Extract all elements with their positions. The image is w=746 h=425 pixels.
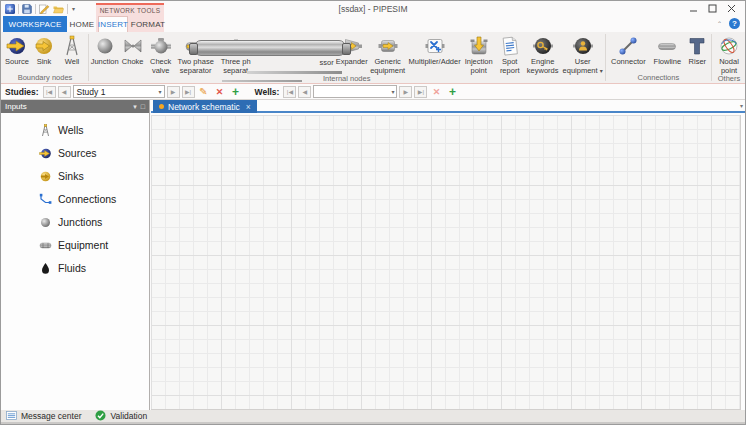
wells-label: Wells: bbox=[255, 87, 280, 97]
tab-network-schematic[interactable]: Network schematic × bbox=[153, 100, 257, 113]
button-label: Check valve bbox=[146, 58, 176, 75]
junction-button[interactable]: Junction bbox=[90, 32, 120, 67]
studies-last-button[interactable]: ▶| bbox=[182, 86, 195, 98]
app-icon[interactable] bbox=[5, 0, 15, 18]
open-folder-icon[interactable] bbox=[53, 0, 64, 18]
spot-report-button[interactable]: Spot report bbox=[496, 32, 524, 75]
button-label: Riser bbox=[689, 58, 707, 67]
sidebar-item-label: Sinks bbox=[58, 170, 84, 182]
collapse-ribbon-icon[interactable]: ⌃ bbox=[717, 20, 722, 27]
well-button[interactable]: Well bbox=[57, 32, 87, 67]
chevron-down-icon: ▾ bbox=[391, 88, 394, 95]
source-button[interactable]: Source bbox=[3, 32, 31, 67]
sidebar-item-junctions[interactable]: Junctions bbox=[1, 210, 149, 233]
sidebar-item-label: Sources bbox=[58, 147, 97, 159]
group-boundary-nodes: Source Sink Well Boundary nodes bbox=[3, 32, 87, 83]
junction-icon bbox=[94, 33, 116, 58]
wells-next-button[interactable]: ▶ bbox=[399, 86, 412, 98]
button-label: Generic equipment bbox=[368, 58, 408, 75]
window-controls bbox=[684, 3, 741, 14]
study-select-value: Study 1 bbox=[77, 87, 106, 97]
tab-workspace[interactable]: WORKSPACE bbox=[3, 16, 67, 32]
tab-overflow-icon[interactable]: ▾ bbox=[740, 102, 743, 109]
panel-pin-icon[interactable]: □ bbox=[141, 103, 145, 110]
help-icon[interactable]: ? bbox=[729, 18, 740, 29]
button-label: Connector bbox=[611, 58, 646, 67]
tab-format[interactable]: FORMAT bbox=[131, 16, 165, 32]
group-label: Connections bbox=[606, 74, 710, 83]
multiplier-adder-button[interactable]: Multiplier/Adder bbox=[408, 32, 462, 67]
delete-study-button[interactable]: ✕ bbox=[213, 85, 227, 98]
well-icon bbox=[61, 33, 83, 58]
panel-menu-icon[interactable]: ▾ bbox=[133, 103, 137, 111]
sidebar-item-wells[interactable]: Wells bbox=[1, 118, 149, 141]
wells-select[interactable]: ▾ bbox=[313, 85, 397, 98]
button-label: Junction bbox=[91, 58, 119, 67]
study-select[interactable]: Study 1 ▾ bbox=[73, 85, 165, 98]
group-label: Internal nodes bbox=[90, 75, 604, 83]
message-center-label: Message center bbox=[21, 411, 81, 421]
riser-button[interactable]: Riser bbox=[684, 32, 710, 67]
sink-button[interactable]: Sink bbox=[31, 32, 57, 67]
flowline-icon bbox=[656, 33, 678, 58]
engine-keywords-button[interactable]: Engine keywords bbox=[524, 32, 562, 75]
choke-icon bbox=[122, 33, 144, 58]
group-connections: Connector Flowline Riser Connections bbox=[606, 32, 710, 83]
choke-button[interactable]: Choke bbox=[120, 32, 146, 67]
wells-first-button[interactable]: |◀ bbox=[283, 86, 296, 98]
edit-study-button[interactable]: ✎ bbox=[197, 85, 211, 98]
message-center-icon bbox=[6, 411, 17, 422]
message-center-button[interactable]: Message center bbox=[6, 411, 81, 422]
generic-equipment-button[interactable]: Generic equipment bbox=[368, 32, 408, 75]
sidebar-item-sources[interactable]: Sources bbox=[1, 141, 149, 164]
separator bbox=[35, 4, 36, 14]
equipment-icon bbox=[39, 238, 52, 251]
tab-home[interactable]: HOME bbox=[69, 16, 95, 32]
injection-point-button[interactable]: Injection point bbox=[462, 32, 496, 75]
network-schematic-canvas[interactable] bbox=[151, 115, 741, 410]
save-icon[interactable] bbox=[22, 0, 32, 18]
close-icon[interactable] bbox=[722, 3, 741, 14]
delete-well-button[interactable]: ✕ bbox=[429, 85, 443, 98]
validation-button[interactable]: Validation bbox=[95, 410, 147, 423]
wells-last-button[interactable]: ▶| bbox=[414, 86, 427, 98]
sidebar-item-label: Junctions bbox=[58, 216, 102, 228]
studies-first-button[interactable]: |◀ bbox=[43, 86, 56, 98]
sidebar-item-connections[interactable]: Connections bbox=[1, 187, 149, 210]
inputs-panel: Inputs ▾ □ Wells Sources Sinks Connectio… bbox=[1, 100, 150, 410]
spot-report-icon bbox=[499, 33, 521, 58]
connector-button[interactable]: Connector bbox=[606, 32, 650, 67]
sink-icon bbox=[33, 33, 55, 58]
add-well-button[interactable]: + bbox=[445, 85, 459, 98]
studies-next-button[interactable]: ▶ bbox=[167, 86, 180, 98]
quick-access-dropdown-icon[interactable]: ▾ bbox=[72, 5, 75, 12]
ribbon-insert-panel: Source Sink Well Boundary nodes Junction bbox=[1, 32, 745, 84]
nodal-point-button[interactable]: Nodal point bbox=[713, 32, 745, 75]
flowline-button[interactable]: Flowline bbox=[650, 32, 684, 67]
glitch-streak bbox=[247, 71, 342, 74]
user-equipment-button[interactable]: User equipment ▾ bbox=[562, 32, 604, 75]
sidebar-item-equipment[interactable]: Equipment bbox=[1, 233, 149, 256]
button-label: User equipment ▾ bbox=[562, 58, 604, 75]
minimize-icon[interactable] bbox=[684, 3, 703, 14]
wells-icon bbox=[39, 123, 52, 136]
button-label: Well bbox=[65, 58, 79, 67]
tab-insert[interactable]: INSERT bbox=[98, 16, 128, 32]
button-label: Spot report bbox=[496, 58, 524, 75]
maximize-icon[interactable] bbox=[703, 3, 722, 14]
sidebar-item-label: Fluids bbox=[58, 262, 86, 274]
close-tab-icon[interactable]: × bbox=[246, 102, 251, 112]
modified-dot-icon bbox=[159, 104, 164, 109]
nodal-point-icon bbox=[718, 33, 740, 58]
sources-icon bbox=[39, 146, 52, 159]
wells-prev-button[interactable]: ◀ bbox=[298, 86, 311, 98]
check-valve-button[interactable]: Check valve bbox=[146, 32, 176, 75]
studies-prev-button[interactable]: ◀ bbox=[58, 86, 71, 98]
studies-toolbar: Studies: |◀ ◀ Study 1 ▾ ▶ ▶| ✎ ✕ + Wells… bbox=[1, 84, 745, 100]
sidebar-item-fluids[interactable]: Fluids bbox=[1, 256, 149, 279]
edit-document-icon[interactable] bbox=[39, 0, 50, 18]
sidebar-item-sinks[interactable]: Sinks bbox=[1, 164, 149, 187]
add-study-button[interactable]: + bbox=[229, 85, 243, 98]
button-label: Sink bbox=[37, 58, 52, 67]
sidebar-item-label: Connections bbox=[58, 193, 116, 205]
